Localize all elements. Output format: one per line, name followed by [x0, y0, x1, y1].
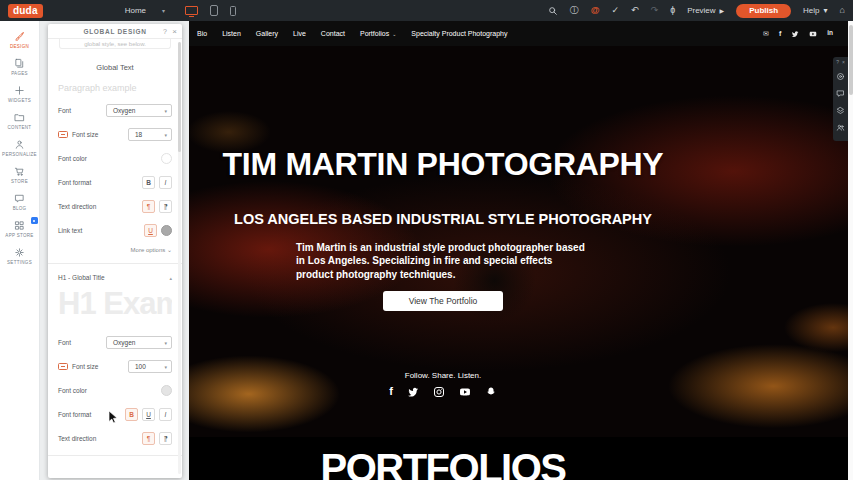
nav-item-specialty[interactable]: Specialty Product Photography: [411, 30, 507, 37]
more-options-label: More options: [131, 247, 166, 253]
sidebar-item-label: STORE: [11, 179, 28, 184]
youtube-icon[interactable]: [809, 30, 817, 38]
underline-link-button[interactable]: U: [144, 224, 157, 237]
h1-color-swatch[interactable]: [161, 385, 172, 396]
team-tool-button[interactable]: [833, 119, 848, 136]
device-sync-icon[interactable]: [58, 363, 68, 370]
device-sync-icon[interactable]: [58, 131, 68, 138]
layers-tool-button[interactable]: [833, 102, 848, 119]
help-dropdown[interactable]: Help ▾: [803, 6, 827, 15]
phone-device-icon[interactable]: [230, 6, 236, 16]
nav-item-portfolios[interactable]: Portfolios ⌄: [360, 30, 396, 37]
sidebar-item-label: PERSONALIZE: [2, 152, 37, 157]
twitter-icon[interactable]: [407, 386, 419, 398]
nav-item-contact[interactable]: Contact: [321, 30, 345, 37]
dashboard-home-icon[interactable]: ⌂: [840, 6, 845, 15]
desktop-device-icon[interactable]: [185, 6, 198, 15]
nav-item-bio[interactable]: Bio: [197, 30, 207, 37]
approve-check-icon[interactable]: ✓: [612, 6, 620, 15]
page-selector-dropdown[interactable]: Home ▾: [125, 6, 165, 15]
sidebar-item-app-store[interactable]: APP STORE: [0, 215, 40, 242]
sidebar-item-blog[interactable]: BLOG: [0, 188, 40, 215]
nav-item-gallery[interactable]: Gallery: [256, 30, 278, 37]
h1-font-size-select[interactable]: 100 ▾: [128, 360, 172, 373]
page-selector-value: Home: [125, 6, 146, 15]
comment-bubble-icon: [836, 89, 845, 98]
help-icon[interactable]: ?: [163, 24, 167, 39]
help-icon[interactable]: ?: [836, 59, 839, 65]
view-portfolio-button[interactable]: View The Portfolio: [383, 291, 503, 311]
panel-header: GLOBAL DESIGN ? ×: [48, 24, 182, 39]
pilcrow-icon: ¶: [147, 435, 151, 442]
screenshot-tool-button[interactable]: [833, 68, 848, 85]
comments-icon[interactable]: @: [591, 6, 600, 15]
facebook-icon[interactable]: f: [389, 386, 393, 397]
sidebar-item-label: SETTINGS: [7, 260, 32, 265]
hero-subtitle: LOS ANGELES BASED INDUSTRIAL STYLE PHOTO…: [189, 211, 697, 227]
youtube-icon[interactable]: [459, 386, 471, 398]
facebook-icon[interactable]: f: [779, 30, 781, 37]
chevron-down-icon: ▾: [164, 132, 167, 138]
h1-font-select[interactable]: Oxygen ▾: [106, 336, 172, 349]
link-color-swatch[interactable]: [161, 225, 172, 236]
linkedin-icon[interactable]: in: [827, 30, 833, 37]
tablet-device-icon[interactable]: [210, 5, 218, 16]
twitter-icon[interactable]: [791, 30, 799, 38]
sidebar-item-personalize[interactable]: PERSONALIZE: [0, 134, 40, 161]
preview-button[interactable]: Preview ▶: [687, 6, 724, 15]
collaboration-toolbar: ? ×: [833, 57, 848, 141]
italic-button[interactable]: I: [159, 176, 172, 189]
h1-underline-button[interactable]: U: [142, 408, 155, 421]
font-size-select[interactable]: 18 ▾: [128, 128, 172, 141]
sidebar-item-design[interactable]: DESIGN: [0, 26, 40, 53]
nav-item-live[interactable]: Live: [293, 30, 306, 37]
h1-font-color-row: Font color: [58, 384, 172, 397]
h1-section-heading: H1 - Global Title: [58, 274, 105, 281]
cart-icon: [14, 166, 25, 177]
h1-bold-button[interactable]: B: [125, 408, 138, 421]
panel-title: GLOBAL DESIGN: [48, 24, 182, 39]
nav-item-listen[interactable]: Listen: [222, 30, 241, 37]
sidebar-item-content[interactable]: CONTENT: [0, 107, 40, 134]
bold-button[interactable]: B: [142, 176, 155, 189]
sidebar-item-widgets[interactable]: WIDGETS: [0, 80, 40, 107]
undo-icon[interactable]: ↶: [631, 6, 639, 15]
font-label: Font: [58, 107, 71, 114]
navbar-social-icons: ✉ f in: [763, 30, 833, 38]
h1-rtl-direction-button[interactable]: ¶: [159, 432, 172, 445]
search-icon[interactable]: [548, 6, 558, 16]
h1-italic-button[interactable]: I: [159, 408, 172, 421]
sidebar-item-store[interactable]: STORE: [0, 161, 40, 188]
email-icon[interactable]: ✉: [763, 30, 769, 37]
canvas-scrollbar[interactable]: [848, 21, 853, 480]
panel-scrollbar-thumb[interactable]: [178, 42, 181, 152]
h1-section-header[interactable]: H1 - Global Title ▴: [58, 274, 172, 281]
font-select[interactable]: Oxygen ▾: [106, 104, 172, 117]
brush-icon: [14, 31, 25, 42]
dev-mode-icon[interactable]: ɸ: [670, 6, 675, 15]
color-swatch[interactable]: [161, 153, 172, 164]
publish-button[interactable]: Publish: [736, 4, 791, 18]
duda-logo[interactable]: duda: [8, 4, 43, 18]
section-divider: [48, 455, 182, 456]
close-icon[interactable]: ×: [842, 59, 845, 65]
h1-preview-text: H1 Example: [58, 283, 172, 325]
rtl-direction-button[interactable]: ¶: [159, 200, 172, 213]
sidebar-item-settings[interactable]: SETTINGS: [0, 242, 40, 269]
close-icon[interactable]: ×: [172, 24, 177, 39]
snapchat-icon[interactable]: [485, 386, 497, 398]
instagram-icon[interactable]: [433, 386, 445, 398]
chevron-down-icon: ⌄: [392, 31, 396, 37]
canvas-scrollbar-thumb[interactable]: [849, 25, 853, 95]
sidebar-item-pages[interactable]: PAGES: [0, 53, 40, 80]
portfolios-heading: PORTFOLIOS: [189, 448, 697, 480]
topbar-actions: ⓘ @ ✓ ↶ ↷ ɸ Preview ▶ Publish Help ▾ ⌂: [548, 4, 845, 18]
redo-icon[interactable]: ↷: [651, 6, 659, 15]
h1-ltr-direction-button[interactable]: ¶: [142, 432, 155, 445]
comments-tool-button[interactable]: [833, 85, 848, 102]
more-options-link[interactable]: More options ⌄: [58, 246, 172, 253]
info-icon[interactable]: ⓘ: [570, 6, 579, 15]
chevron-down-icon: ▾: [824, 6, 828, 15]
ltr-direction-button[interactable]: ¶: [142, 200, 155, 213]
panel-scrollbar[interactable]: [178, 42, 181, 474]
